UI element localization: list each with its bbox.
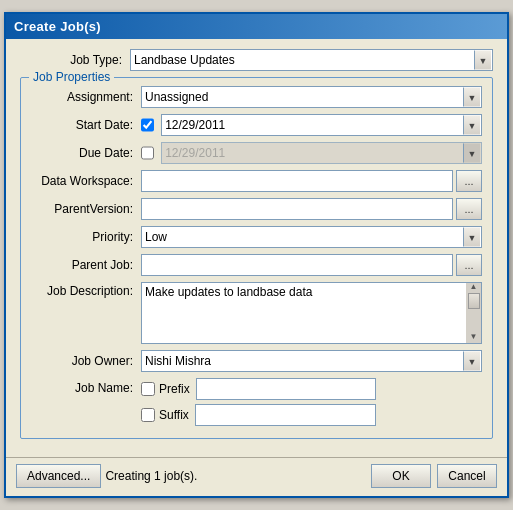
prefix-label: Prefix bbox=[159, 382, 190, 396]
data-workspace-row: Data Workspace: ... bbox=[31, 170, 482, 192]
create-jobs-dialog: Create Job(s) Job Type: Landbase Updates… bbox=[4, 12, 509, 498]
due-date-label: Due Date: bbox=[31, 146, 141, 160]
job-description-row: Job Description: Make updates to landbas… bbox=[31, 282, 482, 344]
parent-version-row: ParentVersion: ... bbox=[31, 198, 482, 220]
textarea-scrollbar[interactable]: ▲ ▼ bbox=[466, 282, 482, 344]
group-box-legend: Job Properties bbox=[29, 70, 114, 84]
job-owner-select[interactable]: Nishi Mishra Admin User1 bbox=[141, 350, 482, 372]
job-type-row: Job Type: Landbase Updates Data Review F… bbox=[20, 49, 493, 71]
cancel-button[interactable]: Cancel bbox=[437, 464, 497, 488]
scrollbar-down-arrow[interactable]: ▼ bbox=[470, 333, 478, 341]
status-text: Creating 1 job(s). bbox=[101, 469, 371, 483]
job-owner-label: Job Owner: bbox=[31, 354, 141, 368]
parent-job-row: Parent Job: ... bbox=[31, 254, 482, 276]
job-description-label: Job Description: bbox=[31, 284, 141, 298]
priority-select[interactable]: Low Medium High bbox=[141, 226, 482, 248]
footer-buttons: OK Cancel bbox=[371, 464, 497, 488]
data-workspace-label: Data Workspace: bbox=[31, 174, 141, 188]
prefix-row: Prefix bbox=[141, 378, 376, 400]
suffix-input[interactable] bbox=[195, 404, 376, 426]
parent-job-label: Parent Job: bbox=[31, 258, 141, 272]
job-owner-select-wrap: Nishi Mishra Admin User1 ▼ bbox=[141, 350, 482, 372]
job-type-select-wrap: Landbase Updates Data Review Field Work … bbox=[130, 49, 493, 71]
start-date-wrap: 12/29/2011 ▼ bbox=[141, 114, 482, 136]
due-date-checkbox[interactable] bbox=[141, 146, 154, 160]
parent-version-browse-button[interactable]: ... bbox=[456, 198, 482, 220]
assignment-row: Assignment: Unassigned User1 User2 ▼ bbox=[31, 86, 482, 108]
parent-version-input[interactable] bbox=[141, 198, 453, 220]
priority-label: Priority: bbox=[31, 230, 141, 244]
start-date-label: Start Date: bbox=[31, 118, 141, 132]
job-description-textarea-wrap: Make updates to landbase data ▲ ▼ bbox=[141, 282, 482, 344]
prefix-checkbox[interactable] bbox=[141, 382, 155, 396]
data-workspace-input[interactable] bbox=[141, 170, 453, 192]
job-type-control: Landbase Updates Data Review Field Work … bbox=[130, 49, 493, 71]
start-date-select-wrap: 12/29/2011 ▼ bbox=[161, 114, 482, 136]
parent-job-browse-button[interactable]: ... bbox=[456, 254, 482, 276]
scrollbar-up-arrow[interactable]: ▲ bbox=[470, 283, 478, 291]
suffix-checkbox[interactable] bbox=[141, 408, 155, 422]
job-description-textarea[interactable]: Make updates to landbase data bbox=[141, 282, 466, 344]
prefix-input[interactable] bbox=[196, 378, 376, 400]
parent-version-label: ParentVersion: bbox=[31, 202, 141, 216]
dialog-title: Create Job(s) bbox=[6, 14, 507, 39]
start-date-row: Start Date: 12/29/2011 ▼ bbox=[31, 114, 482, 136]
job-name-options: Prefix Suffix bbox=[141, 378, 376, 426]
scrollbar-thumb bbox=[468, 293, 480, 309]
assignment-select-wrap: Unassigned User1 User2 ▼ bbox=[141, 86, 482, 108]
due-date-select-wrap: 12/29/2011 ▼ bbox=[161, 142, 482, 164]
assignment-select[interactable]: Unassigned User1 User2 bbox=[141, 86, 482, 108]
start-date-checkbox[interactable] bbox=[141, 118, 154, 132]
ok-button[interactable]: OK bbox=[371, 464, 431, 488]
priority-select-wrap: Low Medium High ▼ bbox=[141, 226, 482, 248]
assignment-label: Assignment: bbox=[31, 90, 141, 104]
job-type-label: Job Type: bbox=[20, 53, 130, 67]
suffix-row: Suffix bbox=[141, 404, 376, 426]
job-owner-row: Job Owner: Nishi Mishra Admin User1 ▼ bbox=[31, 350, 482, 372]
job-type-select[interactable]: Landbase Updates Data Review Field Work bbox=[130, 49, 493, 71]
parent-job-input[interactable] bbox=[141, 254, 453, 276]
job-properties-group: Job Properties Assignment: Unassigned Us… bbox=[20, 77, 493, 439]
start-date-select[interactable]: 12/29/2011 bbox=[161, 114, 482, 136]
suffix-label: Suffix bbox=[159, 408, 189, 422]
advanced-button[interactable]: Advanced... bbox=[16, 464, 101, 488]
job-name-label: Job Name: bbox=[31, 381, 141, 395]
due-date-select[interactable]: 12/29/2011 bbox=[161, 142, 482, 164]
dialog-footer: Advanced... Creating 1 job(s). OK Cancel bbox=[6, 457, 507, 496]
data-workspace-browse-button[interactable]: ... bbox=[456, 170, 482, 192]
priority-row: Priority: Low Medium High ▼ bbox=[31, 226, 482, 248]
due-date-row: Due Date: 12/29/2011 ▼ bbox=[31, 142, 482, 164]
due-date-wrap: 12/29/2011 ▼ bbox=[141, 142, 482, 164]
job-name-row: Job Name: Prefix Suffix bbox=[31, 378, 482, 426]
